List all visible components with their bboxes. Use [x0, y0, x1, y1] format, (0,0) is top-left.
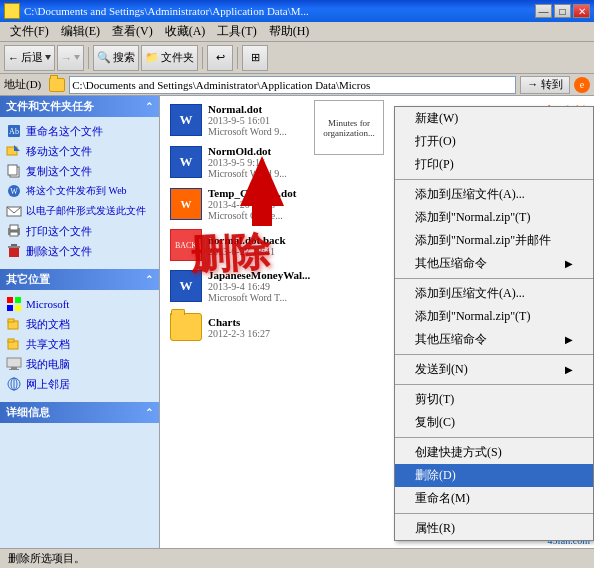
task-email[interactable]: 以电子邮件形式发送此文件 [2, 201, 157, 221]
toolbar-separator-1 [88, 47, 89, 69]
search-label: 搜索 [113, 50, 135, 65]
go-button[interactable]: → 转到 [520, 76, 570, 94]
ctx-sep-4 [395, 384, 593, 385]
address-folder-icon [49, 78, 65, 92]
place-my-docs[interactable]: 我的文档 [2, 314, 157, 334]
print-icon [6, 223, 22, 239]
title-buttons: — □ ✕ [535, 4, 590, 18]
main-area: 文件和文件夹任务 ⌃ Ab 重命名这个文件 移动这个文件 复制这个文件 W [0, 96, 594, 548]
delete-icon [6, 243, 22, 259]
ctx-other-compress-arrow: ▶ [565, 258, 573, 269]
left-panel: 文件和文件夹任务 ⌃ Ab 重命名这个文件 移动这个文件 复制这个文件 W [0, 96, 160, 548]
forward-arrow-icon [74, 55, 80, 60]
details-collapse-icon: ⌃ [145, 407, 153, 418]
svg-rect-14 [11, 244, 17, 246]
svg-rect-18 [15, 305, 21, 311]
tasks-header-label: 文件和文件夹任务 [6, 99, 94, 114]
ctx-add-normal-zip-2[interactable]: 添加到"Normal.zip"(T) [395, 305, 593, 328]
maximize-button[interactable]: □ [554, 4, 571, 18]
copy-icon [6, 163, 22, 179]
minimize-button[interactable]: — [535, 4, 552, 18]
ctx-create-shortcut[interactable]: 创建快捷方式(S) [395, 441, 593, 464]
tasks-header[interactable]: 文件和文件夹任务 ⌃ [0, 96, 159, 117]
menu-edit[interactable]: 编辑(E) [55, 21, 106, 42]
details-header-label: 详细信息 [6, 405, 50, 420]
folders-label: 文件夹 [161, 50, 194, 65]
network-icon [6, 376, 22, 392]
svg-rect-17 [7, 305, 13, 311]
task-delete[interactable]: 删除这个文件 [2, 241, 157, 261]
menu-bar: 文件(F) 编辑(E) 查看(V) 收藏(A) 工具(T) 帮助(H) [0, 22, 594, 42]
microsoft-icon [6, 296, 22, 312]
forward-icon: → [61, 52, 72, 64]
back-label: 后退 [21, 50, 43, 65]
address-input[interactable]: C:\Documents and Settings\Administrator\… [69, 76, 516, 94]
window-icon [4, 3, 20, 19]
task-copy[interactable]: 复制这个文件 [2, 161, 157, 181]
menu-favorites[interactable]: 收藏(A) [159, 21, 212, 42]
ctx-properties[interactable]: 属性(R) [395, 517, 593, 540]
file-list: W Normal.dot 2013-9-5 16:01 Microsoft Wo… [160, 96, 594, 548]
svg-rect-12 [9, 248, 19, 257]
ctx-delete[interactable]: 删除(D) [395, 464, 593, 487]
ctx-other-compress-2[interactable]: 其他压缩命令 ▶ [395, 328, 593, 351]
title-bar: C:\Documents and Settings\Administrator\… [0, 0, 594, 22]
svg-rect-20 [8, 319, 14, 322]
menu-view[interactable]: 查看(V) [106, 21, 159, 42]
move-icon [6, 143, 22, 159]
ctx-add-normal-zip[interactable]: 添加到"Normal.zip"(T) [395, 206, 593, 229]
ctx-copy[interactable]: 复制(C) [395, 411, 593, 434]
view-button[interactable]: ⊞ [242, 45, 268, 71]
ctx-new[interactable]: 新建(W) [395, 107, 593, 130]
folders-button[interactable]: 📁 文件夹 [141, 45, 198, 71]
menu-tools[interactable]: 工具(T) [211, 21, 262, 42]
view-icon: ⊞ [251, 51, 260, 64]
menu-file[interactable]: 文件(F) [4, 21, 55, 42]
close-button[interactable]: ✕ [573, 4, 590, 18]
file-icon-dotback: BACK [170, 229, 202, 261]
address-value: C:\Documents and Settings\Administrator\… [72, 79, 370, 91]
search-button[interactable]: 🔍 搜索 [93, 45, 139, 71]
ctx-open[interactable]: 打开(O) [395, 130, 593, 153]
file-thumbnail: Minutes for organization... [314, 100, 384, 155]
task-rename[interactable]: Ab 重命名这个文件 [2, 121, 157, 141]
task-publish[interactable]: W 将这个文件发布到 Web [2, 181, 157, 201]
ctx-send-to[interactable]: 发送到(N) ▶ [395, 358, 593, 381]
address-bar: 地址(D) C:\Documents and Settings\Administ… [0, 74, 594, 96]
details-header[interactable]: 详细信息 ⌃ [0, 402, 159, 423]
go-label: → 转到 [527, 77, 563, 92]
svg-rect-24 [11, 367, 17, 369]
ctx-add-normal-zip-email[interactable]: 添加到"Normal.zip"并邮件 [395, 229, 593, 252]
svg-rect-23 [7, 358, 21, 367]
toolbar-separator-2 [202, 47, 203, 69]
tasks-body: Ab 重命名这个文件 移动这个文件 复制这个文件 W 将这个文件发布到 Web [0, 117, 159, 265]
svg-rect-16 [15, 297, 21, 303]
place-network[interactable]: 网上邻居 [2, 374, 157, 394]
svg-text:W: W [10, 187, 18, 196]
svg-rect-22 [8, 339, 14, 342]
window-title: C:\Documents and Settings\Administrator\… [24, 5, 535, 17]
ctx-add-archive-2[interactable]: 添加到压缩文件(A)... [395, 282, 593, 305]
menu-help[interactable]: 帮助(H) [263, 21, 316, 42]
ctx-sep-1 [395, 179, 593, 180]
ctx-rename[interactable]: 重命名(M) [395, 487, 593, 510]
file-icon-japanese: W [170, 270, 202, 302]
publish-icon: W [6, 183, 22, 199]
ctx-other-compress[interactable]: 其他压缩命令 ▶ [395, 252, 593, 275]
history-button[interactable]: ↩ [207, 45, 233, 71]
task-print[interactable]: 打印这个文件 [2, 221, 157, 241]
address-label: 地址(D) [4, 77, 41, 92]
ctx-print[interactable]: 打印(P) [395, 153, 593, 176]
places-body: Microsoft 我的文档 共享文档 我的电脑 网上邻居 [0, 290, 159, 398]
task-move[interactable]: 移动这个文件 [2, 141, 157, 161]
svg-text:Ab: Ab [9, 127, 19, 136]
places-header[interactable]: 其它位置 ⌃ [0, 269, 159, 290]
forward-button[interactable]: → [57, 45, 84, 71]
ctx-cut[interactable]: 剪切(T) [395, 388, 593, 411]
tasks-section: 文件和文件夹任务 ⌃ Ab 重命名这个文件 移动这个文件 复制这个文件 W [0, 96, 159, 265]
place-microsoft[interactable]: Microsoft [2, 294, 157, 314]
place-my-computer[interactable]: 我的电脑 [2, 354, 157, 374]
ctx-add-archive[interactable]: 添加到压缩文件(A)... [395, 183, 593, 206]
place-shared-docs[interactable]: 共享文档 [2, 334, 157, 354]
back-button[interactable]: ← 后退 [4, 45, 55, 71]
